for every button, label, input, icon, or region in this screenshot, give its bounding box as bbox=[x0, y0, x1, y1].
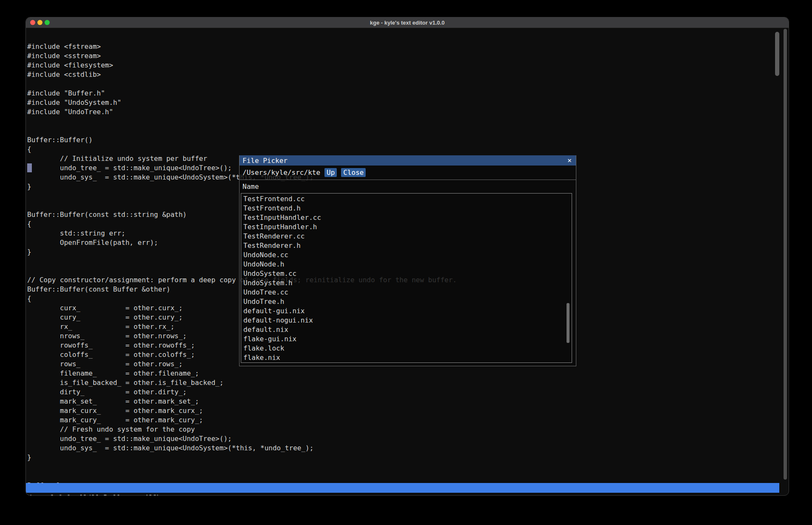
status-file-info: kge v1.0.0 [1/1] Buffer.cc 486L bbox=[30, 493, 161, 496]
file-item[interactable]: TestRenderer.h bbox=[241, 241, 572, 250]
file-picker-title: File Picker bbox=[242, 157, 567, 165]
current-path: /Users/kyle/src/kte bbox=[242, 168, 320, 177]
file-item[interactable]: flake-gui.nix bbox=[241, 334, 572, 344]
file-picker-dialog: File Picker ✕ /Users/kyle/src/kte Up Clo… bbox=[239, 155, 576, 366]
column-header-row: Name bbox=[240, 180, 576, 193]
editor-scrollbar-thumb[interactable] bbox=[775, 32, 779, 76]
file-item[interactable]: UndoSystem.h bbox=[241, 278, 572, 288]
name-column-header: Name bbox=[242, 182, 259, 191]
close-icon[interactable]: ✕ bbox=[567, 157, 572, 164]
close-button[interactable]: Close bbox=[341, 168, 366, 177]
window-titlebar: kge - kyle's text editor v1.0.0 bbox=[26, 17, 789, 28]
file-picker-titlebar: File Picker ✕ bbox=[240, 155, 576, 166]
window-scrollbar[interactable] bbox=[784, 29, 787, 480]
file-item[interactable]: UndoTree.h bbox=[241, 297, 572, 306]
file-item[interactable]: UndoTree.cc bbox=[241, 288, 572, 297]
file-item[interactable]: flake.nix bbox=[241, 353, 572, 362]
file-list: TestFrontend.ccTestFrontend.hTestInputHa… bbox=[241, 193, 572, 363]
file-item[interactable]: TestInputHandler.cc bbox=[241, 213, 572, 222]
file-item[interactable]: TestFrontend.h bbox=[241, 204, 572, 213]
file-item[interactable]: TestFrontend.cc bbox=[241, 194, 572, 204]
file-item[interactable]: default.nix bbox=[241, 325, 572, 334]
file-item[interactable]: TestRenderer.cc bbox=[241, 232, 572, 241]
file-item[interactable]: UndoSystem.cc bbox=[241, 269, 572, 278]
file-item[interactable]: default-gui.nix bbox=[241, 306, 572, 316]
file-item[interactable]: TestInputHandler.h bbox=[241, 222, 572, 232]
status-bar: kge v1.0.0 [1/1] Buffer.cc 486L Open Fil… bbox=[26, 483, 779, 493]
up-button[interactable]: Up bbox=[324, 168, 337, 177]
window-title: kge - kyle's text editor v1.0.0 bbox=[26, 20, 789, 26]
file-item[interactable]: flake.lock bbox=[241, 344, 572, 353]
file-item[interactable]: default-nogui.nix bbox=[241, 316, 572, 325]
editor-window: kge - kyle's text editor v1.0.0 #include… bbox=[25, 17, 789, 496]
path-row: /Users/kyle/src/kte Up Close bbox=[240, 166, 576, 180]
file-list-scrollbar-thumb[interactable] bbox=[567, 303, 570, 343]
file-item[interactable]: UndoNode.cc bbox=[241, 250, 572, 260]
screen: kge - kyle's text editor v1.0.0 #include… bbox=[0, 0, 812, 525]
text-cursor bbox=[27, 163, 32, 172]
file-item[interactable]: UndoNode.h bbox=[241, 260, 572, 269]
